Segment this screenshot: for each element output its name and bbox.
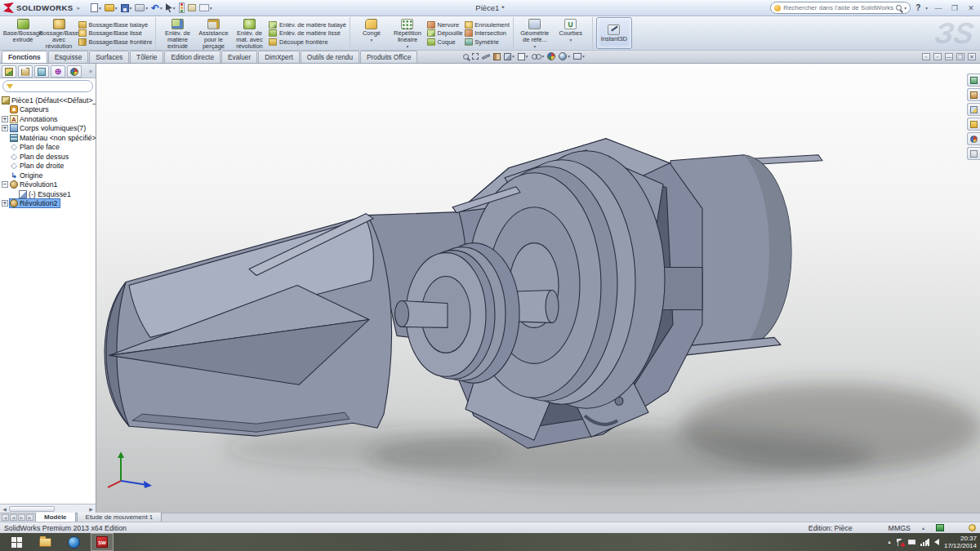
new-document-button[interactable]: ▾ <box>91 3 101 12</box>
collapse-box[interactable]: − <box>2 181 8 188</box>
apply-scene-button[interactable]: ▾ <box>559 52 570 60</box>
status-tag-icon[interactable] <box>969 524 976 531</box>
units-dropdown-arrow[interactable]: ▴ <box>922 525 924 531</box>
search-magnifier-icon[interactable] <box>896 5 902 11</box>
appearances-scenes-tab[interactable] <box>967 132 980 145</box>
doc-minimize-button[interactable]: — <box>945 53 953 60</box>
prev-tab-button[interactable]: ◀ <box>10 514 17 521</box>
dimxpertmanager-tab[interactable]: ⊕ <box>51 65 65 78</box>
tree-horizontal-scrollbar[interactable]: ◀ ▶ <box>0 504 96 513</box>
motion-study-tab[interactable]: Etude de mouvement 1 <box>77 512 163 522</box>
units-selector[interactable]: MMGS <box>889 524 911 532</box>
last-tab-button[interactable]: ▶ <box>26 514 33 521</box>
tree-item-corps-volumiques[interactable]: + Corps volumiques(7) <box>2 124 96 134</box>
tab-esquisse[interactable]: Esquisse <box>48 51 89 63</box>
select-button[interactable]: ▾ <box>166 3 176 12</box>
shell-button[interactable]: Coque <box>427 38 463 46</box>
tree-item-origine[interactable]: ↳ Origine <box>2 171 96 180</box>
zoom-to-area-button[interactable] <box>472 53 479 60</box>
intersect-button[interactable]: Intersection <box>465 29 510 37</box>
lofted-boss-button[interactable]: Bossage/Base lissé <box>78 29 152 37</box>
tree-item-capteurs[interactable]: Capteurs <box>2 105 96 115</box>
file-explorer-tab[interactable] <box>967 103 980 116</box>
tab-fonctions[interactable]: Fonctions <box>2 51 47 63</box>
minimize-button[interactable]: — <box>933 4 944 12</box>
scroll-right-arrow[interactable]: ▶ <box>87 506 95 512</box>
part-3d-model[interactable] <box>96 64 980 513</box>
help-button[interactable]: ? <box>915 3 920 12</box>
featuremanager-tree-tab[interactable] <box>2 65 16 78</box>
tab-tolerie[interactable]: Tôlerie <box>130 51 163 63</box>
next-tab-button[interactable]: ▶ <box>18 514 25 521</box>
revolved-cut-button[interactable]: Enlèv. de mat. avec révolution <box>231 17 267 49</box>
revolved-boss-button[interactable]: Bossage/Base avec révolution <box>41 17 77 49</box>
rib-button[interactable]: Nervure <box>427 21 463 29</box>
expand-box[interactable]: + <box>2 125 8 131</box>
tab-outils-rendu[interactable]: Outils de rendu <box>301 51 359 63</box>
expand-box[interactable]: + <box>2 200 8 207</box>
tree-item-materiau[interactable]: Matériau <non spécifié> <box>2 133 96 143</box>
rebuild-button[interactable] <box>179 2 185 13</box>
view-palette-tab[interactable] <box>967 118 980 131</box>
swept-cut-button[interactable]: Enlèv. de matière balayé <box>269 21 346 29</box>
wrap-button[interactable]: Enroulement <box>465 21 510 29</box>
tab-surfaces[interactable]: Surfaces <box>89 51 129 63</box>
draft-button[interactable]: Dépouille <box>427 29 463 37</box>
custom-properties-status-icon[interactable] <box>936 524 944 531</box>
swept-boss-button[interactable]: Bossage/Base balayé <box>78 21 152 29</box>
displaymanager-tab[interactable] <box>67 65 82 78</box>
boundary-boss-button[interactable]: Bossage/Base frontière <box>78 38 152 46</box>
expand-box[interactable]: + <box>2 116 8 122</box>
doc-close-button[interactable]: ✕ <box>968 53 976 60</box>
help-search-box[interactable]: Rechercher dans l'aide de SolidWorks ▾ <box>770 2 911 14</box>
tree-item-plan-de-dessus[interactable]: ◇ Plan de dessus <box>2 152 96 162</box>
hide-show-items-button[interactable]: ▾ <box>532 54 545 60</box>
boundary-cut-button[interactable]: Découpe frontière <box>269 38 346 46</box>
scroll-left-arrow[interactable]: ◀ <box>1 506 8 512</box>
taskbar-solidworks[interactable]: SW <box>91 533 114 551</box>
taskbar-clock[interactable]: 20:37 17/12/2014 <box>944 535 977 549</box>
scrollbar-thumb[interactable] <box>9 506 55 512</box>
lofted-cut-button[interactable]: Enlèv. de matière lissé <box>269 29 346 37</box>
design-library-tab[interactable] <box>967 88 980 101</box>
model-tab[interactable]: Modèle <box>35 512 76 522</box>
hidden-icons-chevron[interactable]: ▲ <box>887 540 892 544</box>
linear-pattern-button[interactable]: Répétition linéaire ▾ <box>390 17 425 49</box>
view-settings-button[interactable]: ▾ <box>573 53 585 60</box>
manager-overflow-chevron[interactable]: » <box>89 69 94 74</box>
fillet-button[interactable]: Congé ▾ <box>354 17 390 49</box>
restore-button[interactable]: ❐ <box>949 4 960 12</box>
options-button[interactable]: ▾ <box>199 4 212 11</box>
doc-window-icon-2[interactable]: ▫ <box>933 53 942 60</box>
display-style-button[interactable]: ▾ <box>518 53 528 60</box>
section-view-button[interactable] <box>493 53 501 60</box>
tree-item-revolution1[interactable]: − Révolution1 <box>2 180 96 190</box>
custom-properties-tab[interactable] <box>967 147 980 160</box>
doc-restore-button[interactable]: ❐ <box>956 53 964 60</box>
configurationmanager-tab[interactable] <box>34 65 49 78</box>
extruded-cut-button[interactable]: Enlèv. de matière extrudé <box>159 17 195 49</box>
undo-button[interactable]: ↶▾ <box>151 4 163 12</box>
close-button[interactable]: ✕ <box>965 4 977 12</box>
instant3d-button[interactable]: Instant3D <box>596 17 632 49</box>
tab-edition-directe[interactable]: Edition directe <box>164 51 220 63</box>
appearance-button[interactable] <box>188 4 196 11</box>
power-icon[interactable] <box>908 540 915 544</box>
open-button[interactable]: ▾ <box>105 4 118 11</box>
first-tab-button[interactable]: ◀ <box>2 514 9 521</box>
taskbar-file-explorer[interactable] <box>33 533 56 551</box>
tree-item-revolution2-selected[interactable]: + Révolution2 <box>2 199 96 209</box>
solidworks-resources-tab[interactable] <box>967 73 980 87</box>
start-button[interactable] <box>5 533 28 551</box>
tree-item-annotations[interactable]: + A Annotations <box>2 114 96 124</box>
tree-root-part[interactable]: Pièce1 (Défaut<<Défaut>_Etat <box>2 96 96 105</box>
previous-view-button[interactable] <box>482 56 490 58</box>
menu-expand-arrow[interactable]: ▸ <box>77 5 80 11</box>
tree-item-plan-de-droite[interactable]: ◇ Plan de droite <box>2 162 96 171</box>
propertymanager-tab[interactable] <box>18 65 33 78</box>
extruded-boss-button[interactable]: Base/Bossage extrudé <box>5 17 41 49</box>
save-button[interactable]: ▾ <box>121 4 132 12</box>
volume-icon[interactable] <box>934 539 939 545</box>
graphics-viewport[interactable] <box>96 64 980 513</box>
zoom-to-fit-button[interactable] <box>463 54 469 60</box>
